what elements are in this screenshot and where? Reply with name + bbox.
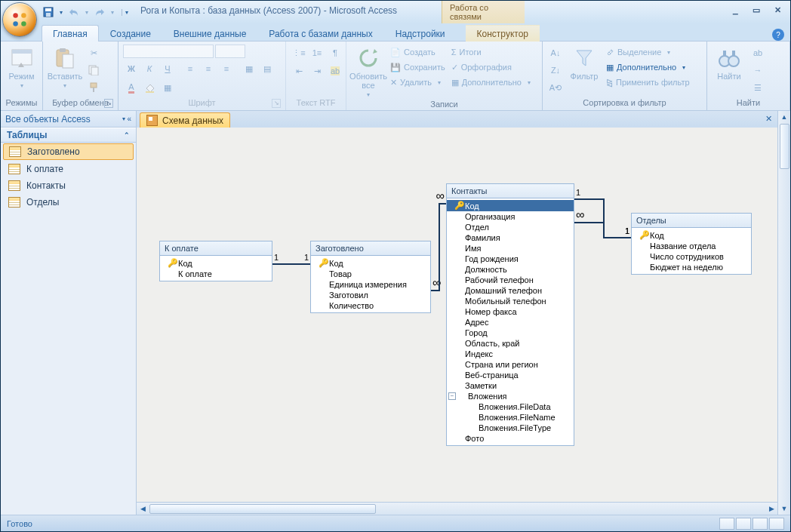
field-страна-или-регион[interactable]: Страна или регион — [447, 359, 574, 370]
field-фото[interactable]: Фото — [447, 433, 574, 444]
field-число-сотрудников[interactable]: Число сотрудников — [632, 251, 751, 262]
spelling[interactable]: ✓Орфография — [450, 60, 532, 75]
filter-button[interactable]: Фильтр — [567, 45, 602, 82]
dialog-launcher-icon[interactable]: ↘ — [272, 99, 281, 108]
more-records[interactable]: ▦Дополнительно▾ — [450, 75, 532, 90]
field-адрес[interactable]: Адрес — [447, 317, 574, 328]
underline-icon[interactable]: Ч — [159, 60, 176, 77]
table-отделы[interactable]: Отделы🔑КодНазвание отделаЧисло сотрудник… — [631, 213, 752, 275]
doc-tab-relationships[interactable]: Схема данных — [140, 112, 230, 128]
sort-desc-icon[interactable]: Z↓ — [547, 62, 564, 78]
horizontal-scrollbar[interactable]: ◀ ▶ — [137, 502, 777, 515]
align-left-icon[interactable]: ≡ — [182, 60, 199, 77]
scroll-up-icon[interactable]: ▲ — [778, 111, 790, 123]
field-бюджет-на-неделю[interactable]: Бюджет на неделю — [632, 262, 751, 272]
table-заготовлено[interactable]: Заготовлено🔑КодТоварЕдиница измеренияЗаг… — [310, 241, 431, 313]
align-center-icon[interactable]: ≡ — [200, 60, 217, 77]
table-к-оплате[interactable]: К оплате🔑КодК оплате — [159, 241, 272, 281]
alt-row-icon[interactable]: ▤ — [259, 60, 275, 77]
find-button[interactable]: Найти — [712, 45, 746, 82]
tab-database-tools[interactable]: Работа с базами данных — [257, 25, 383, 42]
view-btn-3[interactable] — [753, 518, 768, 530]
field-должность[interactable]: Должность — [447, 264, 574, 275]
grid-color-icon[interactable]: ▦ — [159, 79, 176, 96]
italic-icon[interactable]: К — [141, 60, 158, 77]
scroll-thumb[interactable] — [149, 504, 376, 514]
scroll-right-icon[interactable]: ▶ — [765, 503, 777, 515]
field-единица-измерения[interactable]: Единица измерения — [311, 279, 430, 290]
expander-icon[interactable]: − — [448, 392, 456, 400]
tab-external-data[interactable]: Внешние данные — [162, 25, 258, 42]
field-вложения-filetype[interactable]: Вложения.FileType — [447, 423, 574, 433]
align-right-icon[interactable]: ≡ — [218, 60, 235, 77]
field-количество[interactable]: Количество — [311, 300, 430, 311]
nav-header[interactable]: Все объекты Access ▾ « — [1, 111, 136, 128]
save-icon[interactable] — [42, 5, 55, 19]
selection-filter[interactable]: 🜸Выделение▾ — [605, 45, 691, 60]
field-индекс[interactable]: Индекс — [447, 349, 574, 359]
scroll-down-icon[interactable]: ▼ — [778, 503, 790, 515]
bold-icon[interactable]: Ж — [123, 60, 140, 77]
field-код[interactable]: 🔑Код — [311, 257, 430, 269]
dialog-launcher-icon[interactable]: ↘ — [104, 99, 113, 108]
format-painter-icon[interactable] — [85, 79, 102, 96]
font-size-combo[interactable] — [215, 45, 245, 58]
field-город[interactable]: Город — [447, 328, 574, 338]
qat-customize[interactable]: ▾ — [122, 9, 128, 16]
field-отдел[interactable]: Отдел — [447, 222, 574, 232]
bullets-icon[interactable]: ⋮≡ — [291, 45, 307, 61]
font-combo[interactable] — [123, 45, 214, 58]
vertical-scrollbar[interactable]: ▲ ▼ — [777, 111, 790, 515]
paste-button[interactable]: Вставить▾ — [48, 45, 82, 91]
redo-icon[interactable] — [93, 5, 106, 19]
tab-addins[interactable]: Надстройки — [384, 25, 457, 42]
field-год-рождения[interactable]: Год рождения — [447, 254, 574, 264]
highlight-icon[interactable]: ab — [327, 63, 343, 79]
field-код[interactable]: 🔑Код — [160, 257, 272, 269]
field-организация[interactable]: Организация — [447, 211, 574, 222]
select-icon[interactable]: ☰ — [749, 79, 766, 96]
field-к-оплате[interactable]: К оплате — [160, 269, 272, 279]
field-веб-страница[interactable]: Веб-страница — [447, 370, 574, 380]
view-button[interactable]: Режим▾ — [5, 45, 38, 91]
table-контакты[interactable]: Контакты🔑КодОрганизацияОтделФамилияИмяГо… — [446, 183, 574, 446]
field-код[interactable]: 🔑Код — [632, 229, 751, 241]
field-номер-факса[interactable]: Номер факса — [447, 306, 574, 317]
field-рабочий-телефон[interactable]: Рабочий телефон — [447, 275, 574, 285]
view-btn-4[interactable] — [769, 518, 784, 530]
field-вложения-filename[interactable]: Вложения.FileName — [447, 412, 574, 423]
text-dir-icon[interactable]: ¶ — [327, 45, 343, 61]
dec-indent-icon[interactable]: ⇤ — [291, 63, 307, 79]
new-record[interactable]: 📄Создать — [389, 45, 447, 60]
help-button[interactable]: ? — [772, 29, 784, 41]
sort-asc-icon[interactable]: A↓ — [547, 45, 564, 61]
field-домашний-телефон[interactable]: Домашний телефон — [447, 285, 574, 296]
field-заготовил[interactable]: Заготовил — [311, 290, 430, 300]
toggle-filter[interactable]: ⧎Применить фильтр — [605, 75, 691, 90]
field-название-отдела[interactable]: Название отдела — [632, 241, 751, 251]
numbering-icon[interactable]: 1≡ — [309, 45, 325, 61]
tab-home[interactable]: Главная — [42, 25, 99, 42]
field-товар[interactable]: Товар — [311, 269, 430, 279]
gridlines-icon[interactable]: ▦ — [241, 60, 257, 77]
goto-icon[interactable]: → — [749, 62, 766, 78]
doc-close-button[interactable]: ✕ — [762, 113, 774, 124]
nav-item-контакты[interactable]: Контакты — [1, 177, 136, 194]
nav-category[interactable]: Таблицы ⌃ — [1, 128, 136, 143]
nav-item-к оплате[interactable]: К оплате — [1, 161, 136, 177]
nav-item-отделы[interactable]: Отделы — [1, 194, 136, 211]
table-header[interactable]: Заготовлено — [311, 241, 430, 256]
close-button[interactable]: ✕ — [769, 3, 786, 17]
office-button[interactable] — [2, 2, 37, 37]
field-вложения-filedata[interactable]: Вложения.FileData — [447, 401, 574, 412]
replace-icon[interactable]: ab — [749, 45, 766, 61]
maximize-button[interactable]: ▭ — [748, 3, 765, 17]
delete-record[interactable]: ✕Удалить▾ — [389, 75, 447, 90]
nav-item-заготовлено[interactable]: Заготовлено — [3, 143, 134, 160]
relationships-diagram[interactable]: К оплате🔑КодК оплатеЗаготовлено🔑КодТовар… — [137, 128, 777, 502]
undo-icon[interactable] — [67, 5, 81, 19]
field-заметки[interactable]: Заметки — [447, 380, 574, 391]
clear-sort-icon[interactable]: A⟲ — [547, 79, 564, 96]
view-btn-2[interactable] — [736, 518, 751, 530]
totals[interactable]: ΣИтоги — [450, 45, 532, 60]
